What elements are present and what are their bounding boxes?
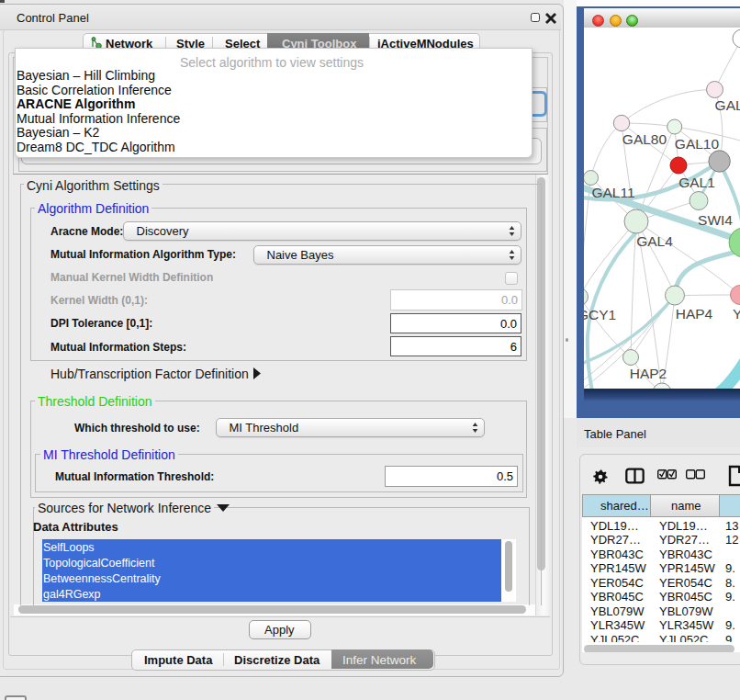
svg-text:HAP2: HAP2 bbox=[630, 366, 667, 381]
svg-text:GAL11: GAL11 bbox=[591, 185, 634, 200]
svg-text:SWI4: SWI4 bbox=[698, 212, 733, 228]
svg-text:HAP4: HAP4 bbox=[676, 306, 713, 322]
svg-text:Y: Y bbox=[733, 306, 740, 322]
svg-text:GAL4: GAL4 bbox=[636, 233, 673, 249]
svg-text:GAL8: GAL8 bbox=[715, 97, 740, 113]
svg-text:GAL80: GAL80 bbox=[622, 131, 667, 147]
svg-text:GAL1: GAL1 bbox=[678, 175, 715, 190]
svg-text:GAL10: GAL10 bbox=[675, 136, 720, 152]
svg-text:GCY1: GCY1 bbox=[584, 307, 616, 322]
